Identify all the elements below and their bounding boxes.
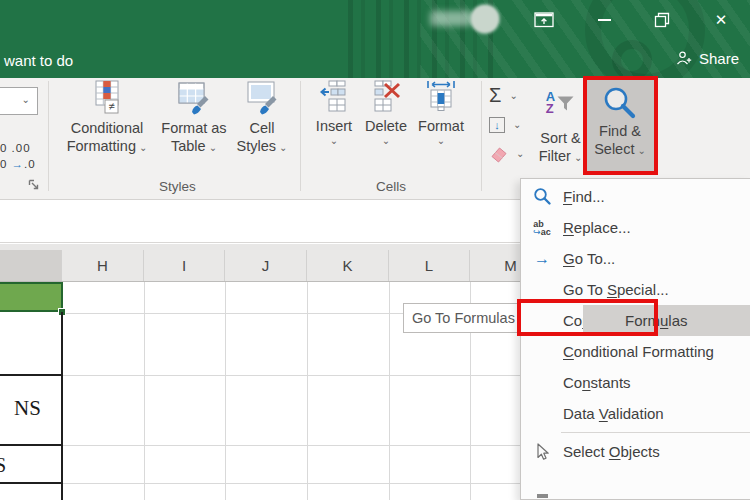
delete-cells-button[interactable]: Delete ⌄ (359, 80, 413, 146)
table-border-horizontal (0, 444, 63, 446)
sort-letters: A Z (546, 91, 555, 115)
minimize-button[interactable] (587, 6, 621, 34)
annotation-find-select (583, 76, 658, 175)
table-border-vertical (61, 312, 63, 500)
autosum-icon: Σ (489, 84, 501, 107)
sort-z: Z (546, 103, 555, 115)
ribbon-display-options-icon (534, 12, 554, 28)
clear-button[interactable]: ⌄ (489, 140, 535, 167)
annotation-formulas (517, 299, 658, 336)
chevron-down-icon: ⌄ (509, 90, 517, 101)
group-label-styles: Styles (55, 179, 300, 194)
decrease-decimal-button[interactable]: 0 →.0 (0, 158, 36, 170)
menu-item-data-validation[interactable]: Data Validation (521, 398, 750, 429)
format-as-table-icon (176, 80, 212, 116)
svg-text:≠: ≠ (108, 100, 114, 112)
gridline-vertical (144, 282, 145, 500)
ribbon-display-options-button[interactable] (527, 6, 561, 34)
cell-text-partial: NS (14, 396, 41, 421)
chevron-down-icon: ⌄ (139, 142, 147, 153)
menu-item-constants[interactable]: Constants (521, 367, 750, 398)
format-cells-button[interactable]: Format ⌄ (413, 80, 469, 146)
close-button[interactable]: ✕ (704, 6, 738, 34)
group-label-cells: Cells (302, 179, 480, 194)
replace-icon: ab ↪ac (533, 220, 551, 236)
column-header[interactable]: K (307, 250, 389, 281)
chevron-down-icon: ⌄ (279, 142, 287, 153)
gridline-vertical (307, 282, 308, 500)
fill-button[interactable]: ↓ ⌄ (489, 111, 535, 138)
column-header-selected[interactable] (0, 250, 62, 281)
menu-item-conditional-formatting[interactable]: Conditional Formatting (521, 336, 750, 367)
restore-button[interactable] (645, 6, 679, 34)
go-to-arrow-icon: → (534, 250, 550, 268)
autosum-button[interactable]: Σ ⌄ (489, 82, 535, 109)
chevron-down-icon: ⌄ (574, 152, 582, 163)
cursor-icon (534, 443, 550, 461)
selected-cell-green[interactable] (0, 282, 63, 312)
chevron-down-icon: ⌄ (209, 142, 217, 153)
gridline-vertical (225, 282, 226, 500)
chevron-down-icon: ⌄ (330, 135, 338, 146)
increase-decimal-button[interactable]: 0 .00 (0, 142, 31, 154)
format-as-table-button[interactable]: Format as Table⌄ (157, 80, 231, 157)
fill-icon: ↓ (489, 117, 505, 133)
format-cells-icon (424, 80, 458, 114)
menu-item-replace[interactable]: ab ↪ac Replace... (521, 212, 750, 243)
tooltip-go-to-formulas: Go To Formulas (403, 303, 519, 333)
user-name-blurred (430, 11, 472, 26)
conditional-formatting-icon: ≠ (89, 80, 125, 116)
sort-filter-icon: A Z (546, 80, 575, 126)
find-select-menu: Find... ab ↪ac Replace... → Go To... Go … (520, 178, 750, 500)
excel-window: ✕ want to do Share ⌄ 0 .00 0 →.0 (0, 0, 750, 500)
menu-item-cutoff (537, 494, 548, 498)
insert-cells-icon (317, 80, 351, 114)
cell-styles-button[interactable]: Cell Styles⌄ (231, 80, 293, 157)
user-avatar[interactable] (471, 5, 499, 33)
button-label: Format (418, 118, 464, 134)
decimal-text: 0 (0, 158, 12, 170)
delete-cells-icon (369, 80, 403, 114)
restore-icon (654, 12, 670, 28)
menu-separator (561, 432, 750, 433)
number-dialog-launcher[interactable] (28, 178, 42, 192)
column-header[interactable]: J (225, 250, 307, 281)
column-header[interactable]: I (144, 250, 225, 281)
tell-me-text[interactable]: want to do (4, 52, 73, 69)
number-format-dropdown[interactable]: ⌄ (0, 87, 38, 115)
group-separator (300, 81, 301, 191)
insert-cells-button[interactable]: Insert ⌄ (309, 80, 359, 146)
table-border-horizontal (0, 482, 63, 484)
filter-funnel-icon (556, 95, 575, 112)
share-icon (676, 50, 693, 67)
eraser-icon (489, 145, 508, 163)
menu-item-go-to[interactable]: → Go To... (521, 243, 750, 274)
button-label: Insert (316, 118, 352, 134)
group-separator (48, 81, 49, 191)
table-border-horizontal (0, 374, 63, 376)
menu-item-select-objects[interactable]: Select Objects (521, 436, 750, 467)
conditional-formatting-button[interactable]: ≠ Conditional Formatting⌄ (57, 80, 157, 157)
share-button[interactable]: Share (676, 50, 739, 67)
group-separator (481, 81, 482, 191)
decimal-arrow-icon: → (12, 158, 25, 170)
button-label: Delete (365, 118, 407, 134)
minimize-icon (598, 19, 611, 21)
gridline-vertical (389, 282, 390, 500)
button-label: Conditional Formatting (67, 120, 144, 154)
titlebar: ✕ want to do Share (0, 0, 750, 78)
sort-filter-button[interactable]: A Z Sort & Filter⌄ (533, 80, 588, 167)
cell-text-partial: S (0, 454, 6, 477)
chevron-down-icon: ⌄ (516, 148, 524, 159)
menu-item-find[interactable]: Find... (521, 181, 750, 212)
chevron-down-icon: ⌄ (437, 135, 445, 146)
share-label: Share (699, 50, 739, 67)
column-header[interactable]: H (62, 250, 144, 281)
decimal-text2: .0 (24, 158, 36, 170)
cell-styles-icon (244, 80, 280, 116)
chevron-down-icon: ⌄ (22, 94, 30, 105)
search-icon (533, 187, 552, 206)
column-header[interactable]: L (389, 250, 470, 281)
dialog-launcher-icon (28, 179, 41, 192)
chevron-down-icon: ⌄ (513, 119, 521, 130)
